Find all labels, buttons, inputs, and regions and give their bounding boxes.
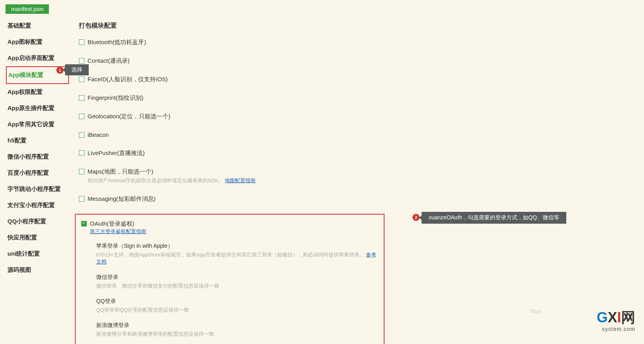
- module-messaging: Messaging(短彩邮件消息): [79, 195, 631, 203]
- module-livepusher: LivePusher(直播推流): [79, 150, 631, 157]
- checkbox-fingerprint[interactable]: [79, 95, 84, 101]
- annotation-tip-2: xuanzeOAuth，勾选需要的登录方式，如QQ、微信等: [422, 212, 566, 224]
- checkbox-geolocation[interactable]: [79, 114, 84, 119]
- sidebar: 基础配置 App图标配置 App启动界面配置 App模块配置 App权限配置 A…: [6, 18, 69, 278]
- sub-wechat: 微信登录 微信登录、微信分享和微信支付的配置信息应保持一致: [96, 273, 378, 290]
- checkbox-maps[interactable]: [79, 169, 84, 174]
- module-label: Fingerprint(指纹识别): [88, 94, 144, 101]
- annotation-badge-2: 2: [413, 214, 420, 221]
- sub-qq: QQ登录 QQ登录和QQ分享的配置信息应保持一致: [96, 297, 378, 314]
- module-label: LivePusher(直播推流): [88, 150, 145, 156]
- sidebar-item-source[interactable]: 源码视图: [6, 262, 69, 278]
- checkbox-livepusher[interactable]: [79, 150, 84, 156]
- sub-apple: 苹果登录（Sign in with Apple） iOS13+支持，根据AppS…: [96, 242, 378, 265]
- checkbox-messaging[interactable]: [79, 196, 84, 202]
- link-oauth-guide[interactable]: 第三方登录鉴权配置指南: [90, 228, 146, 234]
- module-bluetooth: Bluetooth(低功耗蓝牙): [79, 39, 631, 46]
- module-oauth: OAuth(登录鉴权) 第三方登录鉴权配置指南: [81, 220, 378, 235]
- sub-desc: iOS13+支持，根据AppStore审核规范，如果App开发者提供任何其它第三…: [96, 251, 378, 265]
- oauth-section: OAuth(登录鉴权) 第三方登录鉴权配置指南 苹果登录（Sign in wit…: [75, 214, 385, 344]
- module-label: Bluetooth(低功耗蓝牙): [88, 39, 146, 45]
- sidebar-item-basic[interactable]: 基础配置: [6, 18, 69, 34]
- oauth-sub-items: 苹果登录（Sign in with Apple） iOS13+支持，根据AppS…: [96, 242, 378, 344]
- sub-desc: 新浪微博分享和新浪微博登录的配置信息应保持一致: [96, 331, 214, 338]
- sub-weibo: 新浪微博登录 新浪微博分享和新浪微博登录的配置信息应保持一致: [96, 322, 378, 338]
- module-desc: 部分国产Android手机获取位置必须申请定位服务商的SDK。 地图配置指南: [88, 177, 631, 184]
- module-label: iBeacon: [88, 131, 109, 138]
- sidebar-item-bytedance[interactable]: 字节跳动小程序配置: [6, 181, 69, 197]
- main-panel: 打包模块配置 Bluetooth(低功耗蓝牙) Contact(通讯录) Fac…: [79, 22, 631, 344]
- module-ibeacon: iBeacon: [79, 131, 631, 138]
- checkbox-contact[interactable]: [79, 58, 84, 64]
- checkbox-oauth[interactable]: [81, 221, 87, 226]
- file-tab[interactable]: manifest.json: [6, 4, 49, 14]
- sidebar-item-wechat[interactable]: 微信小程序配置: [6, 149, 69, 165]
- sidebar-item-splash[interactable]: App启动界面配置: [6, 50, 69, 66]
- sidebar-item-quickapp[interactable]: 快应用配置: [6, 230, 69, 246]
- checkbox-ibeacon[interactable]: [79, 132, 84, 138]
- sidebar-item-qq[interactable]: QQ小程序配置: [6, 213, 69, 230]
- module-label: Geolocation(定位，只能选一个): [88, 113, 170, 120]
- sub-desc: 微信登录、微信分享和微信支付的配置信息应保持一致: [96, 282, 219, 290]
- module-maps: Maps(地图，只能选一个) 部分国产Android手机获取位置必须申请定位服务…: [79, 168, 631, 184]
- sidebar-item-baidu[interactable]: 百度小程序配置: [6, 165, 69, 181]
- sub-label: 微信登录: [96, 274, 118, 280]
- module-label: Maps(地图，只能选一个): [88, 168, 153, 175]
- sidebar-item-other[interactable]: App常用其它设置: [6, 116, 69, 133]
- sub-label: 苹果登录（Sign in with Apple）: [96, 243, 173, 249]
- sub-label: QQ登录: [96, 298, 116, 304]
- module-label: FaceID(人脸识别，仅支持iOS): [88, 76, 168, 82]
- link-maps-guide[interactable]: 地图配置指南: [225, 178, 256, 183]
- sub-label: 新浪微博登录: [96, 322, 129, 328]
- sidebar-item-native-plugin[interactable]: App原生插件配置: [6, 100, 69, 116]
- sidebar-item-permission[interactable]: App权限配置: [6, 84, 69, 100]
- module-label: OAuth(登录鉴权): [90, 220, 134, 227]
- section-title: 打包模块配置: [79, 22, 631, 30]
- module-contact: Contact(通讯录): [79, 57, 631, 65]
- url-hint: https: [530, 308, 541, 314]
- sidebar-item-h5[interactable]: h5配置: [6, 133, 69, 149]
- module-label: Contact(通讯录): [88, 57, 130, 64]
- sub-desc: QQ登录和QQ分享的配置信息应保持一致: [96, 307, 189, 314]
- module-label: Messaging(短彩邮件消息): [88, 195, 156, 202]
- module-fingerprint: Fingerprint(指纹识别): [79, 94, 631, 102]
- sidebar-item-icon[interactable]: App图标配置: [6, 34, 69, 50]
- sidebar-item-alipay[interactable]: 支付宝小程序配置: [6, 197, 69, 213]
- watermark: GXI网 system.com: [597, 308, 635, 332]
- checkbox-bluetooth[interactable]: [79, 39, 84, 45]
- sidebar-item-uni-stat[interactable]: uni统计配置: [6, 246, 69, 262]
- module-faceid: FaceID(人脸识别，仅支持iOS): [79, 76, 631, 83]
- module-geolocation: Geolocation(定位，只能选一个): [79, 113, 631, 120]
- checkbox-faceid[interactable]: [79, 77, 84, 82]
